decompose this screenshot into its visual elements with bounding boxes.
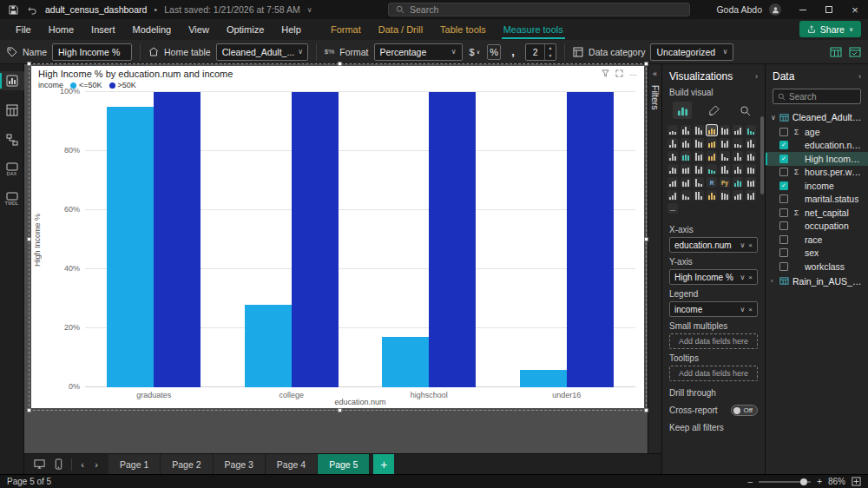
decomposition-tree-icon[interactable] — [746, 177, 756, 188]
cross-report-toggle[interactable]: Off — [731, 405, 758, 416]
previous-page-icon[interactable]: ‹ — [77, 459, 88, 470]
selection-handle[interactable] — [27, 408, 31, 412]
selection-handle[interactable] — [644, 237, 648, 241]
expand-filters-icon[interactable]: « — [653, 69, 657, 78]
table-icon[interactable] — [681, 177, 691, 188]
map-icon[interactable] — [720, 151, 730, 162]
matrix-icon[interactable] — [694, 177, 704, 188]
page-tab-page-1[interactable]: Page 1 — [108, 454, 161, 475]
power-automate-icon[interactable] — [746, 190, 756, 201]
remove-field-icon[interactable]: × — [748, 306, 753, 313]
line-and-clustered-column-chart-icon[interactable] — [707, 138, 717, 148]
report-canvas[interactable]: High Income % by education.num and incom… — [24, 64, 648, 453]
zoom-in-icon[interactable]: + — [817, 477, 822, 486]
next-page-icon[interactable]: › — [91, 459, 102, 470]
selection-handle[interactable] — [644, 408, 648, 412]
field-checkbox[interactable]: ✓ — [779, 155, 788, 163]
ribbon-tab-data-drill[interactable]: Data / Drill — [370, 19, 431, 40]
zoom-slider[interactable] — [759, 481, 811, 483]
page-tab-page-4[interactable]: Page 4 — [266, 454, 318, 475]
share-button[interactable]: Share ∨ — [799, 21, 861, 37]
r-script-visual-icon[interactable]: R — [707, 177, 717, 188]
autosave-chevron-down-icon[interactable]: ∨ — [307, 6, 312, 14]
data-search-box[interactable] — [773, 89, 861, 104]
thousands-separator-button[interactable]: , — [506, 44, 520, 60]
more-visuals-icon[interactable]: … — [667, 203, 678, 214]
decimal-places-stepper[interactable]: 2 ▲ ▼ — [525, 43, 556, 61]
stepper-up-icon[interactable]: ▲ — [545, 44, 556, 52]
search-input[interactable] — [410, 4, 682, 15]
ribbon-tab-format[interactable]: Format — [322, 19, 370, 40]
measure-name-input[interactable] — [58, 47, 126, 57]
python-visual-icon[interactable]: Py — [720, 177, 730, 188]
zoom-out-icon[interactable]: – — [748, 477, 753, 486]
field-row-marital-status[interactable]: marital.status — [766, 193, 868, 207]
well-placeholder-small-multiples[interactable]: Add data fields here — [669, 333, 758, 349]
minimize-button[interactable] — [790, 0, 816, 19]
maximize-button[interactable] — [816, 0, 842, 19]
field-row-hours-per-week[interactable]: Σhours.per.week — [766, 166, 868, 180]
bar-s0-graduates[interactable] — [107, 107, 154, 387]
field-row-education-num[interactable]: ✓education.num — [766, 139, 868, 153]
clustered-column-chart-icon[interactable] — [707, 125, 717, 135]
bar-s0-highschool[interactable] — [382, 337, 429, 387]
undo-icon[interactable] — [26, 3, 38, 16]
line-and-stacked-column-chart-icon[interactable] — [694, 138, 704, 148]
more-options-icon[interactable]: … — [629, 69, 637, 77]
paginated-report-icon[interactable] — [707, 190, 717, 201]
metrics-icon[interactable] — [694, 190, 704, 201]
key-influencers-icon[interactable] — [733, 177, 743, 188]
user-avatar[interactable] — [769, 3, 781, 16]
bar-s0-college[interactable] — [245, 305, 292, 387]
100-stacked-bar-chart-icon[interactable] — [720, 125, 730, 135]
page-tab-page-2[interactable]: Page 2 — [161, 454, 213, 475]
stacked-bar-chart-icon[interactable] — [667, 125, 678, 135]
azure-map-icon[interactable] — [667, 164, 678, 175]
pie-chart-icon[interactable] — [681, 151, 691, 162]
save-icon[interactable] — [7, 3, 19, 16]
mobile-layout-icon[interactable] — [50, 457, 66, 472]
field-row-high-income[interactable]: ✓High Income % — [766, 152, 868, 166]
ribbon-tab-file[interactable]: File — [7, 19, 40, 40]
power-apps-icon[interactable] — [733, 190, 743, 201]
field-chip-education-num[interactable]: education.num∨× — [669, 237, 758, 253]
table-row-cleaned-adult-incom[interactable]: ∨Cleaned_Adult_Incom... — [766, 109, 868, 125]
collapse-pane-chevron-icon[interactable]: › — [755, 72, 758, 81]
stacked-column-chart-icon[interactable] — [681, 125, 691, 135]
donut-chart-icon[interactable] — [694, 151, 704, 162]
selection-handle[interactable] — [27, 62, 31, 66]
global-search-box[interactable] — [388, 3, 690, 16]
collapse-pane-chevron-icon[interactable]: › — [858, 72, 861, 81]
data-search-input[interactable] — [789, 92, 856, 102]
ribbon-tab-help[interactable]: Help — [273, 19, 310, 40]
scatter-chart-icon[interactable] — [667, 151, 678, 162]
chevron-down-icon[interactable]: ∨ — [740, 241, 745, 249]
currency-format-button[interactable]: $ ∨ — [468, 44, 483, 60]
100-stacked-column-chart-icon[interactable] — [733, 125, 743, 135]
field-row-sex[interactable]: sex — [766, 247, 868, 260]
format-dropdown[interactable]: Percentage ∨ — [374, 43, 463, 61]
selection-handle[interactable] — [27, 237, 31, 241]
page-tab-page-3[interactable]: Page 3 — [214, 454, 266, 475]
zoom-slider-thumb[interactable] — [800, 478, 807, 485]
measure-name-field[interactable] — [52, 43, 132, 61]
rail-item-dax-query-view[interactable]: DAX — [0, 160, 24, 179]
line-chart-icon[interactable] — [746, 125, 756, 135]
filled-map-icon[interactable] — [733, 151, 743, 162]
field-row-age[interactable]: Σage — [766, 125, 868, 139]
legend-item-50k[interactable]: >50K — [109, 81, 136, 89]
rail-item-tmdl-view[interactable]: TMDL — [0, 189, 24, 208]
selection-handle[interactable] — [644, 62, 648, 66]
desktop-layout-icon[interactable] — [31, 457, 47, 472]
slicer-icon[interactable] — [746, 164, 756, 175]
ribbon-tab-insert[interactable]: Insert — [82, 19, 124, 40]
gauge-icon[interactable] — [681, 164, 691, 175]
bar-s1-graduates[interactable] — [154, 92, 201, 387]
field-checkbox[interactable] — [779, 168, 788, 176]
shape-map-icon[interactable] — [746, 151, 756, 162]
user-name[interactable]: Goda Abdo — [716, 4, 762, 15]
card-icon[interactable] — [694, 164, 704, 175]
chevron-down-icon[interactable]: ∨ — [740, 274, 745, 281]
remove-field-icon[interactable]: × — [748, 274, 753, 281]
selection-handle[interactable] — [338, 408, 342, 412]
